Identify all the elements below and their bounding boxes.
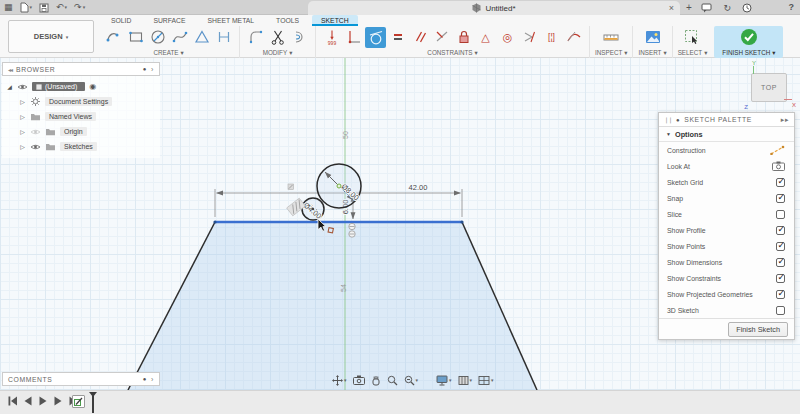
line-tool-icon[interactable] — [103, 27, 124, 48]
checkbox[interactable] — [776, 226, 785, 235]
redo-button[interactable]: ↷ ▾ — [74, 3, 85, 12]
tree-collapsed-icon[interactable]: ▷ — [19, 113, 26, 120]
checkbox[interactable] — [776, 290, 785, 299]
tab-sheet-metal[interactable]: SHEET METAL — [199, 15, 264, 26]
checkbox[interactable] — [776, 178, 785, 187]
orbit-button[interactable] — [371, 375, 381, 386]
rectangle-tool-icon[interactable] — [125, 27, 146, 48]
workspace-selector[interactable]: DESIGN ▾ — [8, 20, 94, 53]
look-at-icon[interactable] — [772, 161, 785, 171]
palette-row-look-at[interactable]: Look At — [659, 158, 794, 174]
collapse-panel-icon[interactable]: ◂◂ — [8, 66, 12, 73]
chevron-right-icon[interactable]: › — [151, 376, 154, 383]
browser-item-origin[interactable]: ▷ Origin — [19, 124, 160, 139]
tab-tools[interactable]: TOOLS — [267, 15, 308, 26]
sketch-dimension-icon[interactable]: 999 — [321, 27, 342, 48]
polygon-constraint-icon[interactable]: △ — [475, 27, 496, 48]
sync-icon[interactable]: ↻ — [723, 3, 731, 13]
step-back-icon[interactable] — [24, 396, 32, 406]
chevron-right-icon[interactable]: › — [151, 66, 154, 73]
circle-tool-icon[interactable] — [147, 27, 168, 48]
tree-expanded-icon[interactable]: ◢ — [6, 83, 13, 90]
slot-tool-icon[interactable] — [213, 27, 234, 48]
offset-tool-icon[interactable] — [289, 27, 310, 48]
zoom-fit-button[interactable] — [387, 375, 398, 386]
palette-row-show-constraints[interactable]: Show Constraints — [659, 270, 794, 286]
tree-collapsed-icon[interactable]: ▷ — [19, 128, 26, 135]
select-tool-icon[interactable] — [682, 27, 703, 48]
go-to-start-icon[interactable] — [8, 396, 17, 406]
visibility-eye-off-icon[interactable] — [30, 128, 41, 136]
horizontal-vertical-constraint-icon[interactable] — [343, 27, 364, 48]
tab-sketch[interactable]: SKETCH — [312, 15, 358, 26]
sketch-point[interactable] — [213, 220, 216, 223]
checkbox[interactable] — [776, 210, 785, 219]
tree-collapsed-icon[interactable]: ▷ — [19, 98, 26, 105]
expand-panel-icon[interactable]: ▸▸ — [781, 116, 789, 124]
checkbox[interactable] — [776, 258, 785, 267]
palette-row-show-profile[interactable]: Show Profile — [659, 222, 794, 238]
sketch-point[interactable] — [460, 220, 463, 223]
comment-icon[interactable] — [701, 3, 712, 13]
inspect-menu[interactable]: INSPECT▾ — [595, 49, 627, 56]
modify-menu[interactable]: MODIFY▾ — [263, 49, 293, 56]
pan-button[interactable]: ▾ — [332, 375, 347, 386]
zoom-window-button[interactable]: ▾ — [404, 375, 419, 386]
finish-sketch-button[interactable]: FINISH SKETCH▾ — [714, 26, 783, 58]
tree-collapsed-icon[interactable]: ▷ — [19, 143, 26, 150]
concentric-constraint-icon[interactable]: ◎ — [497, 27, 518, 48]
document-root-item[interactable]: (Unsaved) — [32, 82, 85, 91]
browser-item-sketches[interactable]: ▷ Sketches — [19, 139, 160, 154]
browser-item-named-views[interactable]: ▷ Named Views — [19, 109, 160, 124]
viewports-button[interactable]: ▾ — [478, 375, 494, 386]
save-button[interactable] — [39, 3, 49, 13]
undo-button[interactable]: ↶ ▾ — [56, 3, 67, 12]
palette-row-construction[interactable]: Construction — [659, 142, 794, 158]
display-settings-button[interactable]: ▾ — [436, 375, 452, 386]
tab-surface[interactable]: SURFACE — [144, 15, 194, 26]
select-menu[interactable]: SELECT▾ — [678, 49, 708, 56]
polygon-tool-icon[interactable] — [191, 27, 212, 48]
visibility-eye-icon[interactable] — [30, 143, 41, 151]
trim-tool-icon[interactable] — [267, 27, 288, 48]
circle-center-point[interactable] — [312, 208, 314, 210]
palette-row-sketch-grid[interactable]: Sketch Grid — [659, 174, 794, 190]
checkbox[interactable] — [776, 194, 785, 203]
look-at-button[interactable] — [353, 375, 365, 385]
panel-options-icon[interactable]: ● — [143, 66, 147, 72]
circle-center-point[interactable] — [337, 184, 341, 188]
dimension-width-value[interactable]: 42.00 — [409, 183, 428, 192]
view-cube[interactable]: TOP — [751, 73, 787, 102]
view-cube-face-label[interactable]: TOP — [761, 84, 777, 91]
palette-row-show-projected[interactable]: Show Projected Geometries — [659, 286, 794, 302]
palette-row-slice[interactable]: Slice — [659, 206, 794, 222]
activate-component-icon[interactable]: ◉ — [89, 82, 96, 91]
construction-icon[interactable] — [770, 145, 785, 155]
visibility-eye-icon[interactable] — [17, 83, 28, 91]
midpoint-constraint-icon[interactable]: [¦] — [541, 27, 562, 48]
new-tab-icon[interactable]: + — [686, 1, 692, 15]
constraints-menu[interactable]: CONSTRAINTS▾ — [427, 49, 477, 56]
browser-item-document-settings[interactable]: ▷ Document Settings — [19, 94, 160, 109]
app-grid-icon[interactable]: ▦ — [4, 3, 13, 12]
play-icon[interactable] — [39, 396, 47, 406]
fillet-tool-icon[interactable] — [245, 27, 266, 48]
palette-options-section[interactable]: ▼ Options — [659, 127, 794, 142]
sketch-viewport[interactable]: 42.00 6.00 50 54 Ø8.00 — [0, 58, 800, 390]
collinear-constraint-icon[interactable] — [431, 27, 452, 48]
comments-header[interactable]: COMMENTS ● › — [2, 372, 160, 386]
symmetry-constraint-icon[interactable] — [519, 27, 540, 48]
palette-row-snap[interactable]: Snap — [659, 190, 794, 206]
parallel-constraint-icon[interactable] — [409, 27, 430, 48]
palette-row-3d-sketch[interactable]: 3D Sketch — [659, 302, 794, 318]
document-tab[interactable]: Untitled* × — [308, 1, 680, 15]
measure-tool-icon[interactable] — [601, 27, 622, 48]
help-icon[interactable]: ? — [789, 0, 795, 15]
create-menu[interactable]: CREATE▾ — [153, 49, 183, 56]
palette-row-show-points[interactable]: Show Points — [659, 238, 794, 254]
checkbox[interactable] — [776, 306, 785, 315]
palette-header[interactable]: ❘❘ ● SKETCH PALETTE ▸▸ — [659, 113, 794, 127]
sketch-profile[interactable] — [128, 222, 537, 390]
palette-row-show-dimensions[interactable]: Show Dimensions — [659, 254, 794, 270]
step-forward-icon[interactable] — [54, 396, 62, 406]
